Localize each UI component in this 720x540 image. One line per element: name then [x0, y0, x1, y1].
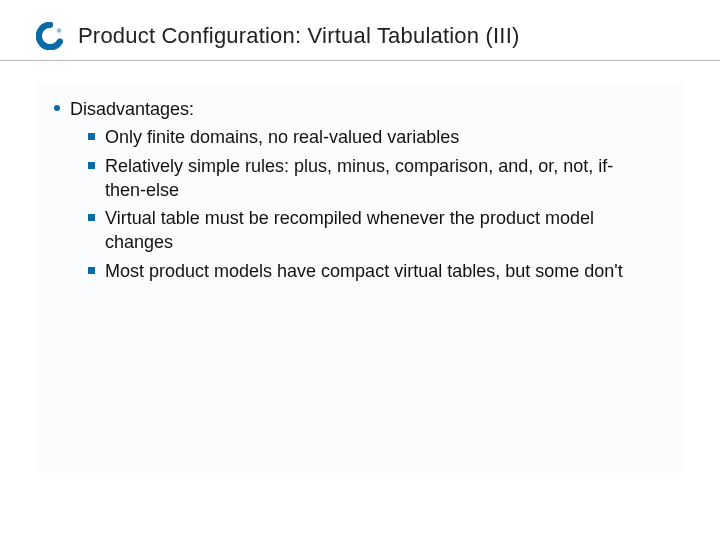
logo-icon — [36, 22, 64, 50]
list-item: Virtual table must be recompiled wheneve… — [88, 206, 666, 255]
square-bullet-icon — [88, 162, 95, 169]
sub-bullet-text: Virtual table must be recompiled wheneve… — [105, 206, 645, 255]
list-item: Most product models have compact virtual… — [88, 259, 666, 283]
square-bullet-icon — [88, 267, 95, 274]
divider — [0, 60, 720, 61]
sub-bullet-text: Only finite domains, no real-valued vari… — [105, 125, 459, 149]
slide: Product Configuration: Virtual Tabulatio… — [0, 0, 720, 540]
list-item: Relatively simple rules: plus, minus, co… — [88, 154, 666, 203]
svg-point-0 — [57, 28, 61, 32]
square-bullet-icon — [88, 214, 95, 221]
square-bullet-icon — [88, 133, 95, 140]
bullet-heading-row: Disadvantages: — [54, 97, 666, 121]
sub-bullet-text: Relatively simple rules: plus, minus, co… — [105, 154, 645, 203]
sub-bullet-list: Only finite domains, no real-valued vari… — [88, 125, 666, 283]
bullet-dot-icon — [54, 105, 60, 111]
content-panel: Disadvantages: Only finite domains, no r… — [36, 83, 684, 473]
slide-header: Product Configuration: Virtual Tabulatio… — [0, 0, 720, 60]
list-item: Only finite domains, no real-valued vari… — [88, 125, 666, 149]
bullet-heading: Disadvantages: — [70, 97, 194, 121]
slide-title: Product Configuration: Virtual Tabulatio… — [78, 23, 520, 49]
sub-bullet-text: Most product models have compact virtual… — [105, 259, 623, 283]
